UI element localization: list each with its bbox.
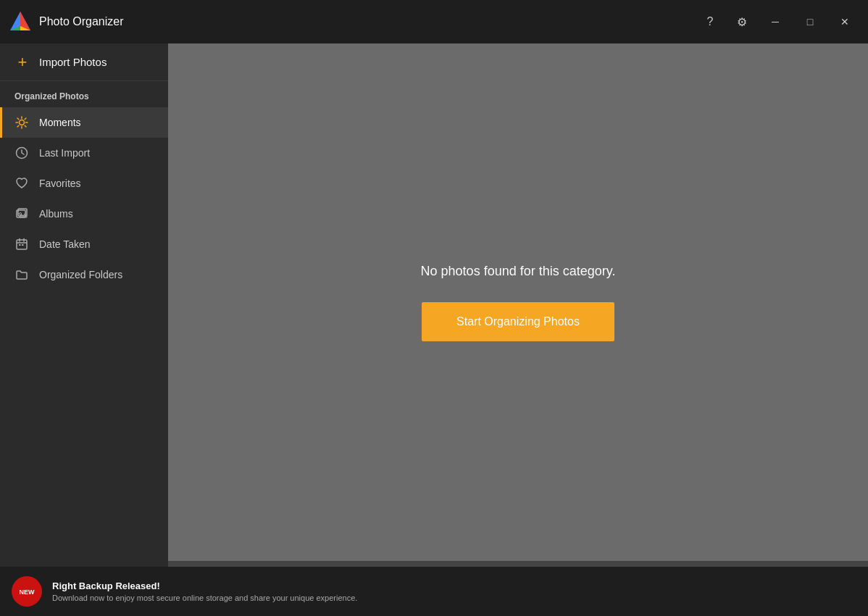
content-area: No photos found for this category. Start… [168,43,868,561]
sidebar-item-favorites[interactable]: Favorites [0,168,168,199]
main-area: + Import Photos Organized Photos [0,43,868,567]
sidebar-item-last-import[interactable]: Last Import [0,138,168,168]
sidebar-item-last-import-label: Last Import [39,147,90,159]
sidebar-item-favorites-label: Favorites [39,178,81,189]
maximize-button[interactable]: □ [796,9,825,35]
notification-title: Right Backup Released! [52,580,357,591]
svg-line-12 [25,118,26,120]
sidebar-item-albums[interactable]: Albums [0,199,168,229]
app-logo [9,10,32,33]
organized-folders-icon [14,267,29,282]
svg-rect-22 [22,244,24,246]
last-import-icon [14,146,29,160]
new-badge: NEW [12,576,42,607]
sidebar-section-label: Organized Photos [0,81,168,107]
sidebar-item-organized-folders[interactable]: Organized Folders [0,259,168,290]
help-button[interactable]: ? [697,9,723,35]
svg-text:NEW: NEW [20,588,36,596]
svg-point-16 [20,213,22,215]
svg-rect-21 [19,244,21,246]
notification-text: Right Backup Released! Download now to e… [52,580,357,602]
svg-line-11 [17,125,19,127]
import-photos-button[interactable]: + Import Photos [0,43,168,81]
sidebar-item-date-taken-label: Date Taken [39,238,91,250]
notification-bar: NEW Right Backup Released! Download now … [0,567,868,616]
sidebar: + Import Photos Organized Photos [0,43,168,567]
svg-line-10 [25,125,26,127]
import-photos-label: Import Photos [39,56,107,68]
notification-subtitle: Download now to enjoy most secure online… [52,594,357,602]
sidebar-item-organized-folders-label: Organized Folders [39,269,122,280]
settings-button[interactable]: ⚙ [729,9,755,35]
start-organizing-button[interactable]: Start Organizing Photos [422,302,614,341]
sidebar-item-moments-label: Moments [39,117,81,128]
titlebar: Photo Organizer ? ⚙ ─ □ ✕ [0,0,868,43]
app-title: Photo Organizer [39,15,697,28]
svg-point-4 [20,120,25,125]
date-taken-icon [14,237,29,251]
moments-icon [14,115,29,130]
sidebar-item-date-taken[interactable]: Date Taken [0,229,168,259]
plus-icon: + [14,54,30,70]
content-divider [168,561,868,567]
svg-line-9 [17,118,19,120]
favorites-icon [14,176,29,191]
sidebar-item-moments[interactable]: Moments [0,107,168,138]
close-button[interactable]: ✕ [830,9,859,35]
sidebar-item-albums-label: Albums [39,208,73,220]
minimize-button[interactable]: ─ [761,9,790,35]
empty-message: No photos found for this category. [421,264,616,279]
albums-icon [14,207,29,221]
titlebar-controls: ? ⚙ ─ □ ✕ [697,9,859,35]
